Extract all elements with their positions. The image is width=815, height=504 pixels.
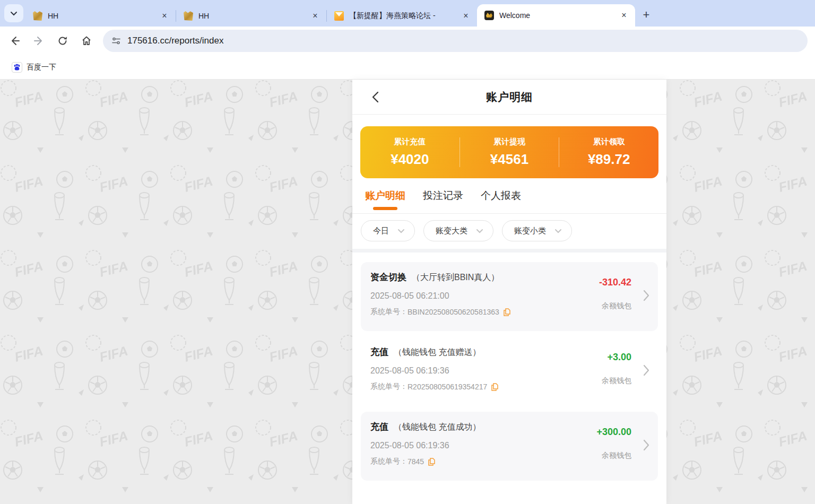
mail-favicon-icon <box>334 11 344 21</box>
summary-value: ¥89.72 <box>588 151 630 168</box>
tab-title: HH <box>198 12 309 20</box>
tab-close-icon[interactable]: × <box>460 10 472 22</box>
account-detail-panel: 账户明细 累计充值¥4020累计提现¥4561累计领取¥89.72 账户明细投注… <box>352 80 666 504</box>
txn-order-label: 系统单号： <box>370 307 408 317</box>
tab-title: 【新提醒】海燕策略论坛 - <box>349 11 460 21</box>
txn-wallet: 余额钱包 <box>596 451 631 460</box>
txn-detail: （大厅转到BBIN真人） <box>412 273 499 282</box>
bookmark-baidu[interactable]: 百度一下 <box>7 59 60 75</box>
bookmarks-bar: 百度一下 <box>0 55 815 80</box>
chevron-right-icon[interactable] <box>643 364 649 378</box>
active-tab-underline <box>373 207 397 210</box>
txn-type: 资金切换 <box>370 271 406 283</box>
txn-amount: +3.00 <box>602 352 631 363</box>
site-settings-icon[interactable] <box>111 36 121 46</box>
chevron-right-icon[interactable] <box>643 439 649 453</box>
chevron-down-icon <box>476 229 483 233</box>
transaction-row[interactable]: 资金切换（大厅转到BBIN真人）2025-08-05 06:21:00系统单号：… <box>361 262 658 331</box>
tab-label: 投注记录 <box>423 189 463 203</box>
transaction-list: 资金切换（大厅转到BBIN真人）2025-08-05 06:21:00系统单号：… <box>352 253 666 481</box>
txn-order-number: BBIN202508050620581363 <box>408 308 499 316</box>
bookmark-label: 百度一下 <box>27 63 56 72</box>
chevron-down-icon <box>554 229 562 233</box>
filter-dropdown-2[interactable]: 账变大类 <box>423 220 493 241</box>
browser-toolbar: 175616.cc/reports/index <box>0 27 815 55</box>
txn-order-label: 系统单号： <box>370 457 408 466</box>
chevron-down-icon <box>10 11 18 16</box>
txn-wallet: 余额钱包 <box>599 301 631 311</box>
copy-icon[interactable] <box>504 308 510 316</box>
summary-label: 累计提现 <box>493 137 525 147</box>
copy-icon[interactable] <box>428 458 435 466</box>
txn-type: 充值 <box>370 346 388 358</box>
url-text: 175616.cc/reports/index <box>127 36 223 46</box>
summary-card: 累计充值¥4020累计提现¥4561累计领取¥89.72 <box>360 126 658 178</box>
tabs-area: HH×HH×【新提醒】海燕策略论坛 -×Welcome×+ <box>25 0 815 27</box>
txn-amount: +300.00 <box>596 427 631 438</box>
txn-detail: （钱能钱包 充值成功） <box>394 422 481 431</box>
browser-tab-4[interactable]: Welcome× <box>477 4 635 27</box>
tab-label: 账户明细 <box>365 189 405 203</box>
filter-dropdown-1[interactable]: 今日 <box>361 220 415 241</box>
gold-favicon-icon <box>184 11 193 21</box>
summary-col-1: 累计充值¥4020 <box>360 137 459 168</box>
txn-amount-block: +3.00余额钱包 <box>602 352 631 386</box>
tab-close-icon[interactable]: × <box>159 10 170 22</box>
transaction-row[interactable]: 充值（钱能钱包 充值成功）2025-08-05 06:19:36系统单号：784… <box>361 412 658 481</box>
section-divider <box>352 249 666 253</box>
txn-order-number: R202508050619354217 <box>408 383 487 391</box>
filter-label: 今日 <box>373 226 389 236</box>
reload-icon <box>57 36 68 46</box>
chevron-right-icon[interactable] <box>643 290 649 303</box>
summary-col-2: 累计提现¥4561 <box>460 137 559 168</box>
filter-dropdown-3[interactable]: 账变小类 <box>502 220 572 241</box>
browser-tab-3[interactable]: 【新提醒】海燕策略论坛 -× <box>327 5 477 27</box>
summary-value: ¥4561 <box>490 151 528 168</box>
tab-close-icon[interactable]: × <box>618 10 630 21</box>
home-icon <box>81 36 92 46</box>
summary-label: 累计领取 <box>593 137 625 147</box>
copy-icon[interactable] <box>491 383 498 391</box>
new-tab-button[interactable]: + <box>638 7 654 23</box>
forward-icon <box>33 36 44 46</box>
summary-col-3: 累计领取¥89.72 <box>559 137 658 168</box>
filter-label: 账变大类 <box>436 226 467 236</box>
tab-title: Welcome <box>499 11 618 20</box>
url-address-bar[interactable]: 175616.cc/reports/index <box>103 30 808 52</box>
gold-favicon-icon <box>33 11 42 21</box>
txn-order-number: 7845 <box>408 457 424 466</box>
browser-tab-2[interactable]: HH× <box>176 5 326 27</box>
txn-amount-block: -310.42余额钱包 <box>599 277 631 311</box>
txn-wallet: 余额钱包 <box>602 376 631 386</box>
filter-row: 今日账变大类账变小类 <box>352 214 666 249</box>
summary-label: 累计充值 <box>394 137 426 147</box>
tab-投注记录[interactable]: 投注记录 <box>423 189 463 209</box>
tab-title: HH <box>48 12 159 20</box>
home-button[interactable] <box>77 32 96 50</box>
page-viewport: FIFA 账户明细 累计充值¥4020累计提现¥4561累计领取¥89.72 账… <box>0 80 815 504</box>
tab-label: 个人报表 <box>481 189 521 203</box>
transaction-row[interactable]: 充值（钱能钱包 充值赠送）2025-08-05 06:19:36系统单号：R20… <box>361 337 658 406</box>
back-icon <box>10 36 20 46</box>
tab-close-icon[interactable]: × <box>309 10 321 22</box>
browser-tab-1[interactable]: HH× <box>25 5 176 27</box>
tab-个人报表[interactable]: 个人报表 <box>481 189 521 209</box>
txn-detail: （钱能钱包 充值赠送） <box>394 347 481 357</box>
forward-button[interactable] <box>30 32 48 50</box>
txn-amount: -310.42 <box>599 277 631 288</box>
report-tabs: 账户明细投注记录个人报表 <box>352 178 666 214</box>
txn-order-label: 系统单号： <box>370 382 408 392</box>
tab-search-button[interactable] <box>4 4 23 22</box>
chevron-left-icon <box>372 91 379 103</box>
browser-tab-strip: HH×HH×【新提醒】海燕策略论坛 -×Welcome×+ <box>0 0 815 27</box>
txn-amount-block: +300.00余额钱包 <box>596 427 631 460</box>
back-nav-button[interactable] <box>367 89 383 105</box>
tab-账户明细[interactable]: 账户明细 <box>365 189 405 213</box>
reload-button[interactable] <box>54 32 72 50</box>
filter-label: 账变小类 <box>514 226 546 236</box>
panel-header: 账户明细 <box>352 80 666 115</box>
page-title: 账户明细 <box>486 90 533 105</box>
txn-type: 充值 <box>370 421 388 433</box>
back-button[interactable] <box>6 32 24 50</box>
baidu-icon <box>12 62 22 73</box>
